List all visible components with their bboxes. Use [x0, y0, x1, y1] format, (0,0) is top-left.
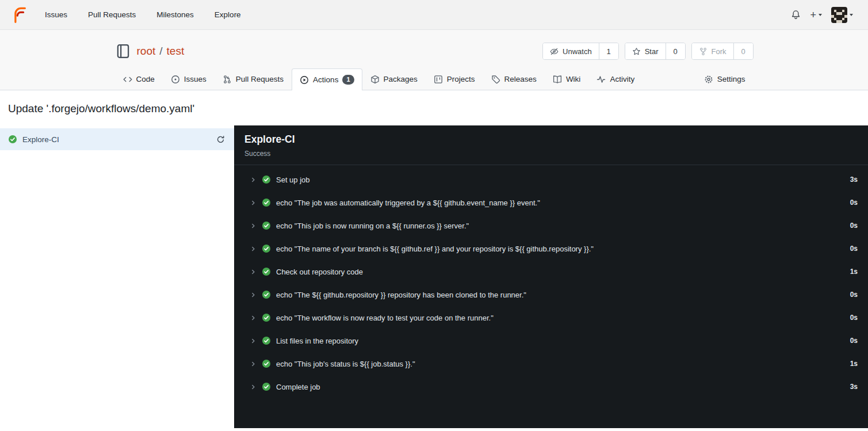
step-row[interactable]: echo "The job was automatically triggere… — [234, 191, 868, 214]
star-button-group: Star 0 — [625, 43, 686, 60]
check-circle-icon — [262, 221, 271, 230]
tab-packages[interactable]: Packages — [362, 68, 426, 90]
forgejo-logo[interactable] — [10, 6, 29, 24]
user-menu-button[interactable] — [827, 5, 858, 25]
tab-issues[interactable]: Issues — [163, 68, 215, 90]
nav-pull-requests[interactable]: Pull Requests — [88, 10, 136, 19]
project-icon — [434, 75, 443, 84]
steps-list: Set up job 3s echo "The job was automati… — [234, 165, 868, 398]
check-circle-icon — [262, 382, 271, 391]
gear-icon — [704, 75, 713, 84]
run-layout: Explore-CI Explore-CI Success — [0, 125, 868, 428]
star-button[interactable]: Star — [625, 43, 666, 59]
job-status: Success — [244, 150, 858, 158]
step-duration: 0s — [850, 245, 858, 253]
step-row[interactable]: echo "The workflow is now ready to test … — [234, 306, 868, 329]
breadcrumb: root / test — [137, 45, 185, 58]
actions-run-page: Update '.forgejo/workflows/demo.yaml' Ex… — [0, 102, 868, 428]
rerun-job-button[interactable] — [215, 134, 226, 145]
chevron-right-icon — [250, 269, 257, 275]
check-circle-icon — [262, 175, 271, 184]
fork-button[interactable]: Fork — [692, 43, 733, 59]
nav-milestones[interactable]: Milestones — [156, 10, 194, 19]
step-row[interactable]: Set up job 3s — [234, 168, 868, 191]
step-row[interactable]: Check out repository code 1s — [234, 260, 868, 283]
top-navbar: Issues Pull Requests Milestones Explore … — [0, 0, 868, 30]
step-label: echo "This job is now running on a ${{ r… — [276, 222, 469, 230]
repo-name-link[interactable]: test — [167, 45, 185, 58]
tab-label: Packages — [384, 75, 418, 83]
notifications-button[interactable] — [786, 7, 805, 22]
step-duration: 0s — [850, 199, 858, 207]
fork-label: Fork — [712, 47, 726, 56]
nav-explore[interactable]: Explore — [215, 10, 241, 19]
refresh-icon — [216, 135, 225, 144]
star-label: Star — [645, 47, 659, 56]
tab-label: Releases — [504, 75, 537, 83]
step-row[interactable]: List files in the repository 0s — [234, 329, 868, 352]
actions-count-badge: 1 — [342, 75, 354, 85]
step-duration: 0s — [850, 337, 858, 345]
forks-count[interactable]: 0 — [733, 43, 753, 59]
chevron-right-icon — [250, 292, 257, 298]
step-label: echo "The job was automatically triggere… — [276, 199, 540, 207]
chevron-right-icon — [250, 338, 257, 344]
code-icon — [123, 75, 132, 84]
tab-actions[interactable]: Actions 1 — [292, 68, 362, 90]
chevron-down-icon — [819, 14, 822, 16]
tab-label: Projects — [447, 75, 475, 83]
step-label: List files in the repository — [276, 337, 358, 345]
tab-label: Settings — [717, 75, 745, 83]
step-row[interactable]: echo "The ${{ github.repository }} repos… — [234, 283, 868, 306]
tag-icon — [491, 75, 500, 84]
step-label: echo "The workflow is now ready to test … — [276, 314, 494, 322]
tab-pull-requests[interactable]: Pull Requests — [215, 68, 292, 90]
tab-settings[interactable]: Settings — [696, 68, 754, 90]
chevron-right-icon — [250, 384, 257, 390]
chevron-right-icon — [250, 223, 257, 229]
create-new-button[interactable]: + — [805, 7, 827, 22]
step-label: echo "This job's status is ${{ job.statu… — [276, 360, 415, 368]
step-row[interactable]: echo "This job's status is ${{ job.statu… — [234, 352, 868, 375]
check-circle-icon — [8, 135, 17, 144]
package-icon — [370, 75, 380, 84]
tab-code[interactable]: Code — [115, 68, 163, 90]
repo-actions: Unwatch 1 Star 0 — [542, 43, 753, 60]
job-list-item-explore-ci[interactable]: Explore-CI — [0, 128, 234, 150]
step-label: echo "The ${{ github.repository }} repos… — [276, 291, 526, 299]
watch-button-group: Unwatch 1 — [542, 43, 619, 60]
jobs-sidebar: Explore-CI — [0, 125, 234, 428]
step-label: Complete job — [276, 383, 320, 391]
nav-issues[interactable]: Issues — [45, 10, 67, 19]
tab-label: Pull Requests — [236, 75, 284, 83]
tab-releases[interactable]: Releases — [483, 68, 545, 90]
step-duration: 0s — [850, 222, 858, 230]
step-row[interactable]: echo "This job is now running on a ${{ r… — [234, 214, 868, 237]
run-title: Update '.forgejo/workflows/demo.yaml' — [8, 102, 860, 115]
repo-title-row: root / test Unwatch — [115, 38, 754, 64]
check-circle-icon — [262, 290, 271, 299]
plus-icon: + — [810, 10, 816, 20]
tab-activity[interactable]: Activity — [588, 68, 643, 90]
step-row[interactable]: Complete job 3s — [234, 375, 868, 398]
repo-owner-link[interactable]: root — [137, 45, 156, 58]
tab-projects[interactable]: Projects — [426, 68, 483, 90]
avatar — [831, 7, 847, 23]
fork-button-group: Fork 0 — [691, 43, 754, 60]
watchers-count[interactable]: 1 — [599, 43, 618, 59]
star-icon — [632, 47, 641, 56]
pulse-icon — [596, 75, 606, 84]
chevron-right-icon — [250, 246, 257, 252]
bell-icon — [791, 10, 801, 20]
step-duration: 0s — [850, 314, 858, 322]
chevron-right-icon — [250, 315, 257, 321]
navbar-links: Issues Pull Requests Milestones Explore — [45, 10, 241, 19]
unwatch-button[interactable]: Unwatch — [543, 43, 599, 59]
check-circle-icon — [262, 244, 271, 253]
stars-count[interactable]: 0 — [666, 43, 685, 59]
tab-wiki[interactable]: Wiki — [545, 68, 589, 90]
check-circle-icon — [262, 313, 271, 322]
issue-icon — [171, 75, 180, 84]
step-row[interactable]: echo "The name of your branch is ${{ git… — [234, 237, 868, 260]
step-label: Set up job — [276, 176, 310, 184]
